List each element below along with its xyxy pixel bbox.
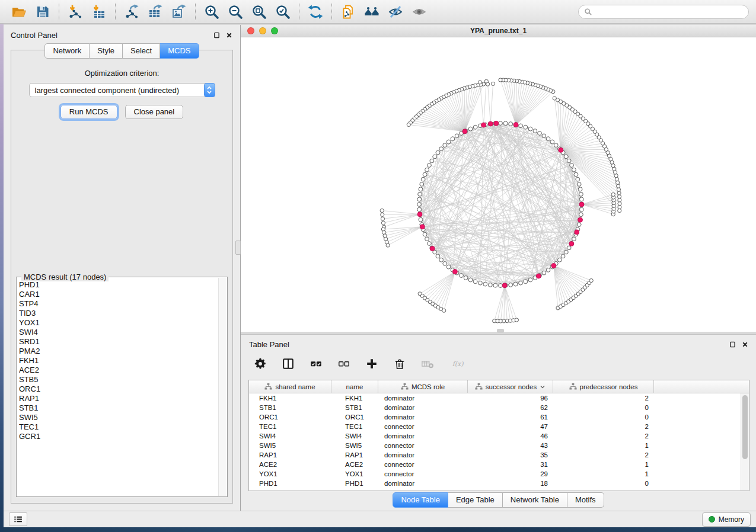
column-header-successor-nodes[interactable]: successor nodes (468, 380, 553, 393)
first-neighbors-button[interactable] (360, 2, 384, 21)
mcds-result-item[interactable]: ACE2 (19, 366, 216, 375)
columns-button[interactable] (280, 356, 296, 371)
tab-edge-table[interactable]: Edge Table (448, 492, 503, 508)
table-row[interactable]: SWI5SWI5connector431 (249, 441, 749, 450)
close-window-icon[interactable] (247, 27, 254, 34)
cell-predecessor-nodes: 0 (553, 414, 654, 421)
table-row[interactable]: PHD1PHD1dominator180 (249, 479, 749, 488)
mcds-result-item[interactable]: SWI4 (19, 328, 216, 337)
tab-select[interactable]: Select (123, 43, 160, 59)
tab-motifs[interactable]: Motifs (567, 492, 604, 508)
cell-successor-nodes: 96 (468, 395, 553, 402)
mcds-result-item[interactable]: STB5 (19, 375, 216, 384)
hide-details-button[interactable] (384, 2, 407, 21)
tab-network-table[interactable]: Network Table (503, 492, 567, 508)
run-mcds-button[interactable]: Run MCDS (60, 105, 117, 119)
import-network-button[interactable] (63, 2, 87, 21)
mcds-result-item[interactable]: SRD1 (19, 337, 216, 347)
table-scrollbar[interactable] (741, 393, 749, 491)
table-row[interactable]: ORC1ORC1dominator610 (249, 412, 749, 422)
table-row[interactable]: SWI4SWI4dominator462 (249, 431, 749, 441)
refresh-button[interactable] (304, 2, 327, 21)
search-input[interactable] (595, 7, 743, 17)
mcds-result-item[interactable]: CAR1 (19, 290, 216, 299)
hierarchy-icon (569, 383, 577, 390)
save-button[interactable] (31, 2, 55, 21)
table-row[interactable]: ACE2ACE2connector311 (249, 460, 749, 469)
mcds-result-item[interactable]: TID3 (19, 309, 216, 318)
table-row[interactable]: YOX1YOX1connector291 (249, 469, 749, 479)
export-image-button[interactable] (167, 2, 191, 21)
horizontal-splitter-grip[interactable] (497, 329, 504, 333)
cell-successor-nodes: 61 (468, 414, 553, 421)
column-header-name[interactable]: name (331, 380, 378, 393)
column-header-MCDS-role[interactable]: MCDS role (378, 380, 468, 393)
mcds-result-item[interactable]: PHD1 (19, 280, 216, 290)
minimize-window-icon[interactable] (259, 27, 266, 34)
mcds-result-item[interactable]: STB1 (19, 403, 216, 413)
table-row[interactable]: STB1STB1dominator620 (249, 403, 749, 412)
cell-predecessor-nodes: 1 (553, 470, 654, 477)
table-toolbar: f(x) (241, 350, 756, 377)
mcds-result-item[interactable]: STP4 (19, 299, 216, 309)
close-panel-icon[interactable] (741, 341, 749, 349)
result-scrollbar[interactable] (218, 278, 227, 496)
zoom-fit-button[interactable] (247, 2, 271, 21)
tab-style[interactable]: Style (90, 43, 123, 59)
column-header-predecessor-nodes[interactable]: predecessor nodes (553, 380, 654, 393)
mcds-result-item[interactable]: RAP1 (19, 394, 216, 403)
vertical-splitter-grip[interactable] (235, 241, 241, 255)
close-panel-icon[interactable] (225, 31, 233, 39)
tab-node-table[interactable]: Node Table (393, 492, 448, 508)
mcds-result-item[interactable]: SWI5 (19, 413, 216, 422)
open-folder-button[interactable] (7, 2, 31, 21)
float-panel-icon[interactable] (728, 341, 736, 349)
memory-button[interactable]: Memory (702, 512, 751, 527)
network-window: YPA_prune.txt_1 (241, 25, 756, 332)
chevron-down-icon (540, 384, 546, 390)
clone-network-button[interactable] (336, 2, 360, 21)
optimization-criterion-dropdown[interactable]: largest connected component (undirected) (29, 83, 215, 97)
mcds-result-item[interactable]: YOX1 (19, 318, 216, 328)
zoom-in-button[interactable] (200, 2, 224, 21)
mcds-result-item[interactable]: FKH1 (19, 356, 216, 366)
float-panel-icon[interactable] (212, 31, 221, 39)
table-row[interactable]: TEC1TEC1connector472 (249, 422, 749, 431)
tab-mcds[interactable]: MCDS (160, 43, 199, 59)
toolbar-separator (195, 4, 196, 20)
mcds-result-item[interactable]: TEC1 (19, 422, 216, 432)
refresh-icon (308, 4, 323, 20)
column-header-shared-name[interactable]: shared name (249, 380, 331, 393)
clone-network-icon (340, 4, 356, 20)
mcds-result-item[interactable]: PMA2 (19, 347, 216, 356)
select-all-button[interactable] (308, 356, 324, 371)
cell-shared-name: YOX1 (249, 470, 331, 477)
cell-shared-name: STB1 (249, 404, 331, 411)
search-field[interactable] (578, 5, 749, 19)
hierarchy-icon (475, 383, 483, 390)
export-table-button[interactable] (143, 2, 167, 21)
import-table-button[interactable] (87, 2, 111, 21)
mcds-result-item[interactable]: ORC1 (19, 384, 216, 394)
mcds-result-item[interactable]: GCR1 (19, 432, 216, 441)
network-canvas[interactable] (241, 37, 756, 332)
cell-MCDS-role: dominator (378, 414, 468, 421)
export-network-button[interactable] (120, 2, 143, 21)
zoom-out-button[interactable] (224, 2, 247, 21)
maximize-window-icon[interactable] (271, 27, 278, 34)
table-scrollbar-thumb[interactable] (742, 395, 748, 459)
table-row[interactable]: FKH1FKH1dominator962 (249, 393, 749, 403)
delete-column-icon (421, 357, 434, 370)
import-network-icon (68, 4, 83, 20)
close-panel-button[interactable]: Close panel (125, 105, 184, 119)
trash-button[interactable] (392, 356, 407, 371)
unselect-all-button[interactable] (336, 356, 352, 371)
gear-button[interactable] (253, 356, 268, 371)
show-details-button[interactable] (407, 2, 431, 21)
log-console-button[interactable] (9, 512, 27, 526)
first-neighbors-icon (364, 4, 379, 20)
zoom-selected-button[interactable] (271, 2, 295, 21)
add-button[interactable] (364, 356, 379, 371)
tab-network[interactable]: Network (44, 43, 90, 59)
table-row[interactable]: RAP1RAP1dominator352 (249, 450, 749, 460)
